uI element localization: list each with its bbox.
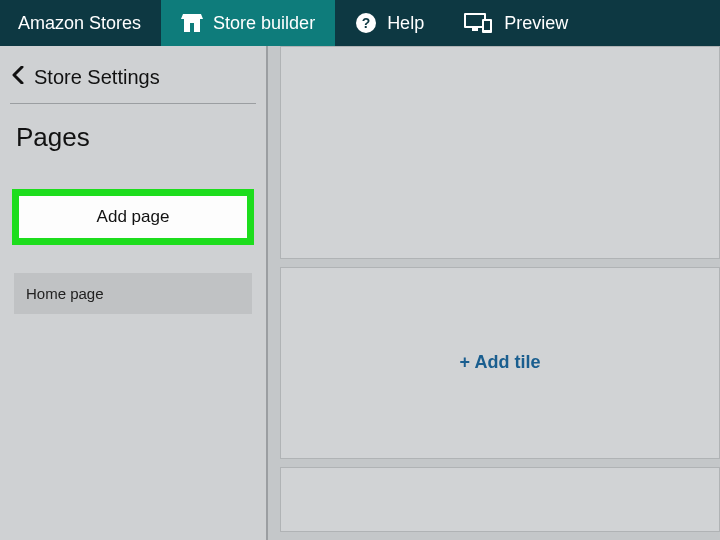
nav-store-builder-label: Store builder — [213, 13, 315, 34]
add-tile-button[interactable]: + Add tile — [460, 352, 541, 373]
nav-help[interactable]: ? Help — [335, 0, 444, 46]
canvas-tile-add[interactable]: + Add tile — [280, 267, 720, 459]
nav-help-label: Help — [387, 13, 424, 34]
main-area: Store Settings Pages Add page Home page … — [0, 46, 720, 540]
chevron-left-icon — [12, 66, 24, 89]
top-nav: Amazon Stores Store builder ? Help Previ… — [0, 0, 720, 46]
nav-brand-label: Amazon Stores — [18, 13, 141, 34]
store-settings-back[interactable]: Store Settings — [10, 60, 256, 103]
store-icon — [181, 13, 203, 33]
svg-text:?: ? — [362, 15, 371, 31]
canvas-tile[interactable] — [280, 467, 720, 532]
svg-rect-6 — [472, 28, 478, 31]
pages-heading: Pages — [16, 122, 256, 153]
canvas-area: + Add tile — [268, 46, 720, 540]
add-page-highlight: Add page — [12, 189, 254, 245]
page-item-label: Home page — [26, 285, 104, 302]
add-page-button[interactable]: Add page — [19, 196, 247, 238]
sidebar: Store Settings Pages Add page Home page — [0, 46, 268, 540]
page-item-home[interactable]: Home page — [14, 273, 252, 314]
nav-preview[interactable]: Preview — [444, 0, 588, 46]
store-settings-label: Store Settings — [34, 66, 160, 89]
svg-rect-1 — [190, 23, 194, 32]
help-icon: ? — [355, 12, 377, 34]
canvas-tile[interactable] — [280, 46, 720, 259]
nav-store-builder[interactable]: Store builder — [161, 0, 335, 46]
svg-rect-8 — [484, 21, 490, 30]
devices-icon — [464, 12, 494, 34]
divider — [10, 103, 256, 104]
nav-brand[interactable]: Amazon Stores — [0, 0, 161, 46]
svg-rect-5 — [466, 15, 484, 26]
nav-preview-label: Preview — [504, 13, 568, 34]
